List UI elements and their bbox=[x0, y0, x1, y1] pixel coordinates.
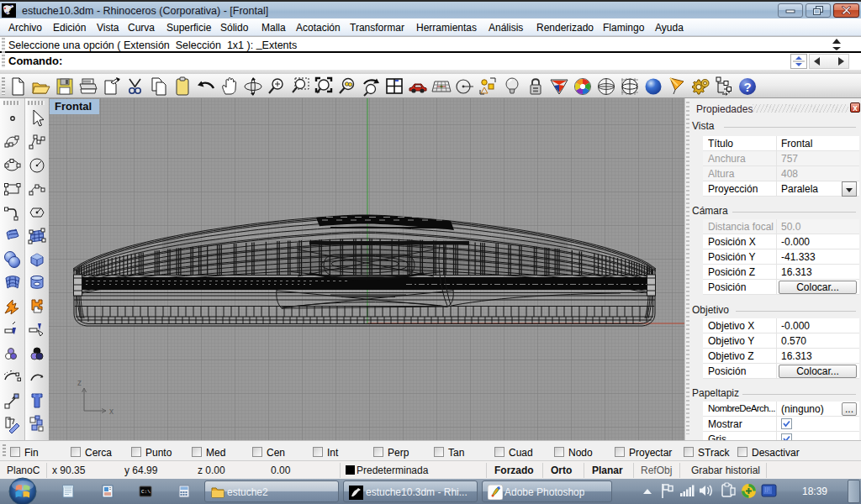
svg-text:?: ? bbox=[743, 80, 751, 94]
svg-text:x: x bbox=[109, 407, 114, 416]
svg-text:C:\: C:\ bbox=[141, 489, 151, 495]
svg-text:z: z bbox=[77, 378, 82, 387]
